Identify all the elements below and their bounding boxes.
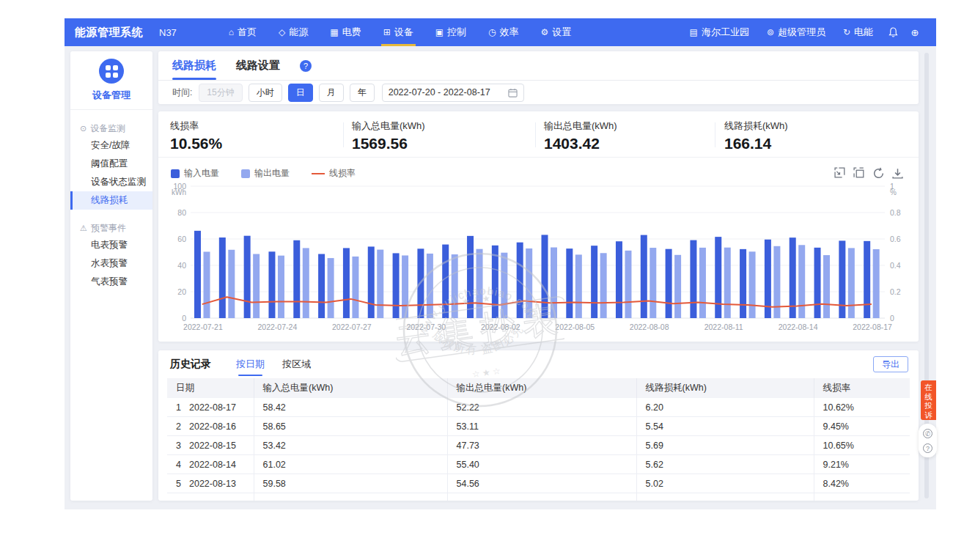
column-header-日期: 日期 bbox=[167, 378, 254, 398]
kpi-label: 输出总电量(kWh) bbox=[544, 119, 617, 133]
nav-item-控制[interactable]: ▣控制 bbox=[424, 18, 477, 46]
history-tab-按日期[interactable]: 按日期 bbox=[236, 350, 265, 378]
globe-icon[interactable]: ⊕ bbox=[904, 27, 926, 38]
svg-text:2022-07-30: 2022-07-30 bbox=[406, 323, 446, 331]
export-button[interactable]: 导出 bbox=[873, 356, 908, 372]
svg-text:2022-08-02: 2022-08-02 bbox=[481, 323, 520, 331]
cell-value: 5.62 bbox=[636, 455, 814, 474]
table-row-partial bbox=[167, 493, 910, 501]
floating-help-widget: ✆ ? bbox=[919, 424, 937, 457]
sidebar-group: ⊙设备监测安全/故障阈值配置设备状态监测线路损耗 bbox=[70, 120, 152, 210]
sidebar-item-阈值配置[interactable]: 阈值配置 bbox=[70, 155, 152, 173]
nav-item-设置[interactable]: ⚙设置 bbox=[530, 18, 583, 46]
park-icon: ▤ bbox=[690, 27, 698, 37]
control-icon: ▣ bbox=[435, 27, 444, 37]
sidebar-item-气表预警[interactable]: 气表预警 bbox=[70, 273, 152, 291]
kpi-divider bbox=[535, 122, 536, 147]
svg-text:2022-08-14: 2022-08-14 bbox=[779, 323, 818, 331]
sidebar-item-电表预警[interactable]: 电表预警 bbox=[70, 236, 152, 254]
sidebar-item-水表预警[interactable]: 水表预警 bbox=[70, 254, 152, 273]
row-number: 3 bbox=[176, 441, 189, 451]
table-row: 12022-08-1758.4252.226.2010.62% bbox=[167, 398, 910, 417]
table-row: 42022-08-1461.0255.405.629.21% bbox=[167, 455, 910, 474]
sidebar-item-设备状态监测[interactable]: 设备状态监测 bbox=[70, 173, 152, 191]
cell-value: 10.62% bbox=[814, 398, 910, 417]
home-icon: ⌂ bbox=[229, 27, 234, 37]
nav-right-海尔工业园[interactable]: ▤海尔工业园 bbox=[681, 26, 758, 39]
nav-item-label: 能源 bbox=[289, 26, 308, 39]
legend-item-输出电量[interactable]: 输出电量 bbox=[241, 167, 290, 180]
tab-line-loss[interactable]: 线路损耗 bbox=[172, 51, 216, 80]
nav-item-label: 设备 bbox=[394, 26, 413, 39]
svg-text:2022-08-17: 2022-08-17 bbox=[853, 323, 892, 331]
svg-text:20: 20 bbox=[177, 287, 186, 296]
legend-item-输入电量[interactable]: 输入电量 bbox=[171, 167, 219, 180]
device-icon: ⊞ bbox=[383, 27, 391, 37]
help-icon[interactable]: ? bbox=[300, 60, 312, 72]
cell-date: 42022-08-14 bbox=[167, 455, 254, 474]
date-value: 2022-08-14 bbox=[189, 460, 236, 470]
history-tab-按区域[interactable]: 按区域 bbox=[282, 350, 311, 378]
cell-empty bbox=[814, 493, 910, 501]
time-option-年[interactable]: 年 bbox=[350, 84, 375, 102]
history-header: 历史记录 按日期按区域 导出 bbox=[158, 350, 919, 378]
download-icon[interactable] bbox=[891, 167, 904, 180]
cell-value: 5.54 bbox=[636, 417, 814, 436]
nav-item-能源[interactable]: ◇能源 bbox=[268, 18, 319, 46]
nav-right-label: 电能 bbox=[854, 26, 873, 39]
cell-value: 8.42% bbox=[814, 474, 910, 493]
cell-empty bbox=[447, 493, 636, 501]
chart-legend: 输入电量输出电量线损率 bbox=[171, 167, 378, 180]
row-number: 5 bbox=[176, 479, 189, 489]
legend-swatch bbox=[241, 169, 250, 178]
cell-value: 9.45% bbox=[814, 417, 910, 436]
nav-right-label: 海尔工业园 bbox=[702, 26, 749, 39]
nav-item-效率[interactable]: ◷效率 bbox=[477, 18, 529, 46]
cell-value: 10.65% bbox=[814, 436, 910, 455]
kpi-value: 1403.42 bbox=[544, 135, 617, 152]
nav-right-电能[interactable]: ↻电能 bbox=[834, 26, 882, 39]
nav-item-电费[interactable]: ▦电费 bbox=[319, 18, 372, 46]
online-complaint-button[interactable]: 在线投诉 bbox=[921, 380, 936, 420]
nav-right-label: 超级管理员 bbox=[778, 26, 825, 39]
kpi-label: 线损率 bbox=[170, 119, 222, 133]
legend-label: 线损率 bbox=[329, 167, 356, 180]
date-range-picker[interactable]: 2022-07-20 - 2022-08-17 bbox=[382, 84, 524, 102]
time-option-日[interactable]: 日 bbox=[288, 84, 313, 102]
time-filter-row: 时间: 15分钟小时日月年 2022-07-20 - 2022-08-17 bbox=[158, 81, 919, 104]
nav-right-超级管理员[interactable]: ⊚超级管理员 bbox=[758, 26, 834, 39]
group-label-text: 设备监测 bbox=[90, 122, 125, 135]
help-circle-icon[interactable]: ? bbox=[923, 443, 932, 453]
svg-text:0.4: 0.4 bbox=[890, 261, 901, 270]
nav-item-设备[interactable]: ⊞设备 bbox=[372, 18, 424, 46]
svg-text:0: 0 bbox=[182, 314, 186, 323]
sidebar-item-安全/故障[interactable]: 安全/故障 bbox=[70, 136, 152, 155]
service-icon[interactable]: ✆ bbox=[923, 429, 932, 438]
kpi-divider bbox=[343, 122, 344, 147]
tab-line-setting[interactable]: 线路设置 bbox=[236, 51, 280, 80]
table-row: 32022-08-1553.4247.735.6910.65% bbox=[167, 436, 910, 455]
user-icon: ⊚ bbox=[767, 27, 774, 37]
legend-swatch bbox=[312, 173, 325, 174]
time-option-小时[interactable]: 小时 bbox=[249, 84, 282, 102]
refresh-icon[interactable] bbox=[872, 167, 885, 180]
legend-swatch bbox=[171, 169, 180, 178]
time-option-月[interactable]: 月 bbox=[319, 84, 344, 102]
combo-chart: 020406080100kWh00.20.40.60.81%2022-07-21… bbox=[170, 182, 907, 340]
chart-toolbar bbox=[828, 167, 904, 180]
svg-text:40: 40 bbox=[177, 261, 186, 270]
efficiency-icon: ◷ bbox=[488, 27, 496, 37]
sidebar-group-label: ⚠预警事件 bbox=[70, 220, 152, 236]
row-number: 1 bbox=[176, 402, 189, 413]
legend-label: 输出电量 bbox=[254, 167, 290, 180]
restore-icon[interactable] bbox=[853, 167, 866, 180]
datazoom-icon[interactable] bbox=[834, 167, 847, 180]
bill-icon: ▦ bbox=[330, 27, 338, 37]
sidebar-item-线路损耗[interactable]: 线路损耗 bbox=[70, 191, 152, 210]
kpi-value: 10.56% bbox=[170, 135, 222, 152]
sidebar-group: ⚠预警事件电表预警水表预警气表预警 bbox=[70, 220, 152, 291]
nav-item-首页[interactable]: ⌂首页 bbox=[218, 18, 268, 46]
legend-item-线损率[interactable]: 线损率 bbox=[312, 167, 356, 180]
bell-icon[interactable] bbox=[882, 27, 904, 37]
nav-item-label: 效率 bbox=[500, 26, 519, 39]
